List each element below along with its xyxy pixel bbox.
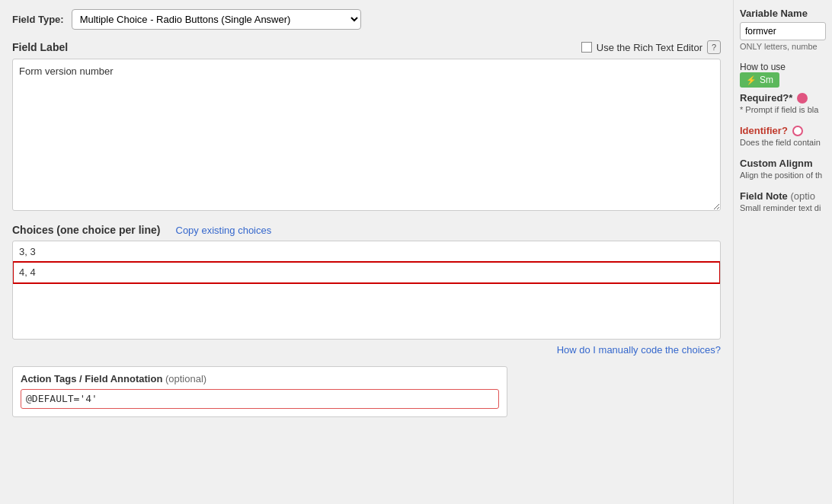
- sidebar-identifier-section: Identifier? Does the field contain: [740, 125, 826, 147]
- sidebar-required-note: * Prompt if field is bla: [740, 105, 826, 114]
- choices-title: Choices (one choice per line): [12, 224, 161, 236]
- sidebar-field-note-description: Small reminder text di: [740, 203, 826, 212]
- choices-container: 3, 3 4, 4: [12, 241, 721, 340]
- rich-text-checkbox[interactable]: [581, 42, 592, 53]
- sidebar-how-to-label: How to use: [740, 62, 786, 72]
- copy-choices-link[interactable]: Copy existing choices: [176, 225, 272, 236]
- sidebar-field-note-title: Field Note (optio: [740, 190, 826, 202]
- sidebar-custom-alignment-section: Custom Alignm Align the position of th: [740, 158, 826, 180]
- action-tags-header: Action Tags / Field Annotation (optional…: [13, 367, 507, 389]
- smart-icon: ⚡: [746, 75, 757, 85]
- action-tags-box: Action Tags / Field Annotation (optional…: [12, 366, 507, 417]
- sidebar-required-title: Required?*: [740, 92, 792, 104]
- sidebar-field-note-section: Field Note (optio Small reminder text di: [740, 190, 826, 212]
- sidebar-field-note-optional: (optio: [790, 190, 815, 202]
- sidebar-required-radio[interactable]: [797, 93, 808, 104]
- action-tags-input[interactable]: @DEFAULT='4': [21, 389, 499, 409]
- sidebar-variable-name-hint: ONLY letters, numbe: [740, 42, 826, 51]
- field-type-label: Field Type:: [12, 14, 64, 25]
- rich-text-help-button[interactable]: ?: [707, 40, 721, 54]
- sidebar: Variable Name ONLY letters, numbe How to…: [733, 0, 832, 504]
- sidebar-required-section: Required?* * Prompt if field is bla: [740, 92, 826, 114]
- sidebar-identifier-title: Identifier?: [740, 125, 788, 136]
- sidebar-variable-name-input[interactable]: [740, 22, 826, 40]
- field-label-title: Field Label: [12, 41, 581, 53]
- sidebar-identifier-radio[interactable]: [792, 126, 803, 136]
- action-tags-title: Action Tags / Field Annotation: [21, 373, 162, 384]
- sidebar-variable-name-title: Variable Name: [740, 8, 826, 19]
- sidebar-variable-name-section: Variable Name ONLY letters, numbe: [740, 8, 826, 51]
- field-type-select[interactable]: Multiple Choice - Radio Buttons (Single …: [72, 9, 361, 30]
- action-tags-optional: (optional): [165, 373, 206, 384]
- choices-line-1: 3, 3: [13, 241, 720, 262]
- sidebar-custom-alignment-note: Align the position of th: [740, 171, 826, 180]
- manual-choices-link[interactable]: How do I manually code the choices?: [557, 344, 721, 356]
- rich-text-label: Use the Rich Text Editor: [597, 42, 702, 53]
- choices-line-2: 4, 4: [13, 262, 720, 282]
- sidebar-how-to-row: How to use ⚡ Sm: [740, 62, 826, 88]
- smart-btn-label: Sm: [760, 75, 773, 85]
- sidebar-smart-button[interactable]: ⚡ Sm: [740, 72, 779, 88]
- sidebar-identifier-note: Does the field contain: [740, 138, 826, 147]
- field-label-textarea[interactable]: Form version number: [12, 59, 721, 211]
- sidebar-custom-alignment-title: Custom Alignm: [740, 158, 826, 169]
